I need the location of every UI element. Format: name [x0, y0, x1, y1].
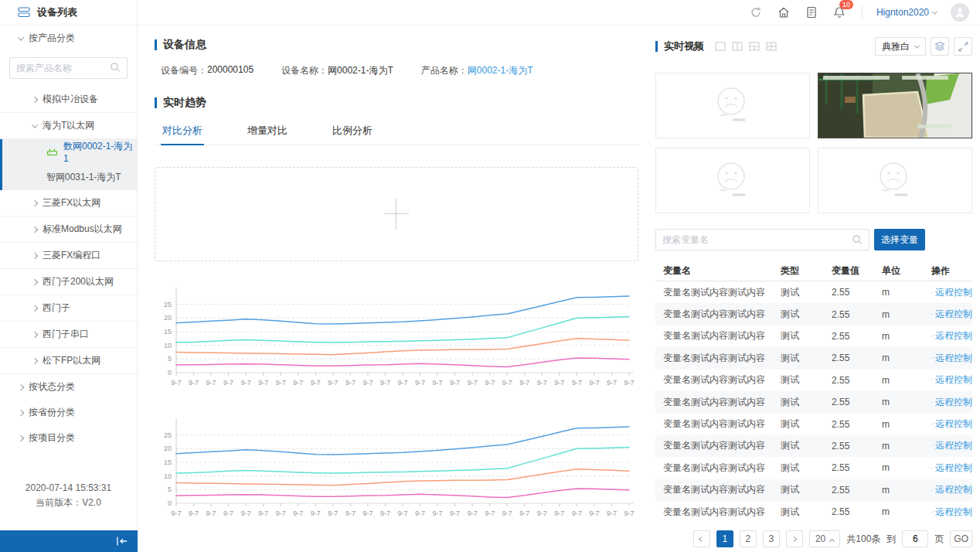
remote-control-cell[interactable]: 远程控制 — [924, 396, 972, 409]
sidebar-item-三菱FX编程口[interactable]: 三菱FX编程口 — [0, 243, 137, 269]
video-cell-2[interactable] — [818, 73, 972, 138]
sidebar-item-西门子[interactable]: 西门子 — [0, 295, 137, 322]
video-cell-4[interactable] — [818, 148, 972, 213]
tab-增量对比[interactable]: 增量对比 — [246, 119, 289, 145]
video-cell-1[interactable] — [655, 73, 810, 138]
remote-control-link[interactable]: 远程控制 — [931, 417, 972, 431]
page-button-3[interactable]: 3 — [763, 530, 780, 547]
sidebar-item-label: 三菱FX以太网 — [43, 196, 100, 210]
svg-text:9-7: 9-7 — [171, 509, 181, 517]
layout-4-icon[interactable] — [766, 41, 777, 52]
sidebar-item-label: 西门子串口 — [43, 328, 89, 341]
home-icon[interactable] — [777, 5, 791, 19]
svg-text:25: 25 — [164, 431, 172, 439]
sidebar-item-西门子串口[interactable]: 西门子串口 — [0, 322, 137, 348]
remote-control-cell[interactable]: 远程控制 — [924, 352, 972, 365]
pagination: 12320共100条到页GO — [655, 530, 972, 547]
remote-control-link[interactable]: 远程控制 — [931, 506, 972, 519]
prev-page-button[interactable] — [693, 530, 710, 547]
sidebar-item-按项目分类[interactable]: 按项目分类 — [0, 425, 137, 451]
remote-control-link[interactable]: 远程控制 — [931, 286, 972, 299]
jump-page-input[interactable] — [902, 530, 928, 547]
video-cell-3[interactable] — [655, 148, 810, 213]
theme-select-value: 典雅白 — [882, 40, 910, 53]
line-chart[interactable]: 05101520259-79-79-79-79-79-79-79-79-79-7… — [155, 285, 640, 399]
remote-control-cell[interactable]: 远程控制 — [924, 286, 972, 299]
search-icon[interactable] — [852, 234, 863, 245]
remote-control-cell[interactable]: 远程控制 — [924, 308, 972, 321]
product-name-link[interactable]: 网0002-1-海为T — [468, 64, 533, 77]
tab-比例分析[interactable]: 比例分析 — [331, 119, 374, 145]
table-cell: 测试 — [773, 373, 824, 387]
remote-control-link[interactable]: 远程控制 — [931, 483, 972, 496]
remote-control-cell[interactable]: 远程控制 — [924, 373, 972, 387]
chevron-right-icon — [32, 357, 38, 363]
remote-control-link[interactable]: 远程控制 — [931, 308, 972, 321]
refresh-icon[interactable] — [749, 5, 763, 19]
avatar[interactable] — [951, 3, 969, 22]
chevron-right-icon — [32, 278, 38, 285]
remote-control-link[interactable]: 远程控制 — [931, 439, 972, 452]
chevron-right-icon — [32, 199, 38, 206]
remote-control-cell[interactable]: 远程控制 — [924, 483, 972, 496]
layout-3-icon[interactable] — [749, 41, 760, 52]
remote-control-link[interactable]: 远程控制 — [931, 352, 972, 365]
sidebar-item-智网0031-1-海为T[interactable]: 智网0031-1-海为T — [0, 165, 137, 190]
sidebar-item-西门子200以太网[interactable]: 西门子200以太网 — [0, 269, 137, 295]
page-size-select[interactable]: 20 — [809, 530, 840, 547]
next-page-button[interactable] — [786, 530, 803, 547]
add-chart-placeholder[interactable] — [155, 167, 638, 261]
sidebar-item-按产品分类[interactable]: 按产品分类 — [0, 26, 137, 51]
remote-control-cell[interactable]: 远程控制 — [924, 439, 972, 452]
sidebar-item-标准Modbus以太网[interactable]: 标准Modbus以太网 — [0, 216, 137, 243]
layers-button[interactable] — [931, 37, 949, 56]
table-cell: 变量名测试内容测试内容 — [655, 462, 773, 475]
table-cell: m — [874, 331, 924, 342]
device-list-icon — [17, 6, 31, 19]
page-button-2[interactable]: 2 — [740, 530, 757, 547]
layout-1-icon[interactable] — [715, 41, 726, 52]
remote-control-label: 远程控制 — [935, 417, 972, 431]
collapse-sidebar-icon[interactable] — [114, 535, 130, 547]
remote-control-link[interactable]: 远程控制 — [931, 329, 972, 342]
theme-select[interactable]: 典雅白 — [875, 37, 926, 56]
sidebar-item-数网0002-1-海为1[interactable]: 数网0002-1-海为1 — [0, 139, 137, 165]
sidebar-item-海为T以太网[interactable]: 海为T以太网 — [0, 113, 137, 139]
search-icon[interactable] — [110, 62, 121, 73]
remote-control-cell[interactable]: 远程控制 — [924, 462, 972, 475]
remote-control-cell[interactable]: 远程控制 — [924, 506, 972, 519]
go-button[interactable]: GO — [950, 530, 972, 547]
remote-control-cell[interactable]: 远程控制 — [924, 329, 972, 342]
product-search-input[interactable] — [16, 63, 105, 73]
sidebar-item-三菱FX以太网[interactable]: 三菱FX以太网 — [0, 190, 137, 216]
svg-text:9-7: 9-7 — [519, 379, 529, 387]
svg-text:9-7: 9-7 — [241, 379, 251, 387]
line-chart[interactable]: 05101520259-79-79-79-79-79-79-79-79-79-7… — [155, 415, 640, 530]
expand-icon — [958, 42, 968, 52]
remote-control-link[interactable]: 远程控制 — [931, 462, 972, 475]
remote-control-label: 远程控制 — [935, 352, 972, 365]
sidebar-collapse-bar — [0, 530, 138, 552]
sidebar-item-模拟中冶设备[interactable]: 模拟中冶设备 — [0, 87, 137, 113]
remote-control-link[interactable]: 远程控制 — [931, 396, 972, 409]
user-menu[interactable]: Hignton2020 — [876, 7, 937, 18]
bell-icon-wrap[interactable]: 10 — [832, 5, 848, 19]
page-button-1[interactable]: 1 — [716, 530, 733, 547]
column-header-变量名: 变量名 — [655, 264, 773, 278]
sidebar-item-按省份分类[interactable]: 按省份分类 — [0, 400, 137, 425]
table-cell: 测试 — [773, 308, 824, 321]
layout-2-icon[interactable] — [732, 41, 743, 52]
device-info-row: 设备编号： 200000105 设备名称： 网0002-1-海为T 产品名称： … — [161, 64, 640, 77]
topbar: 10 Hignton2020 — [138, 0, 980, 26]
fullscreen-button[interactable] — [954, 37, 972, 56]
sidebar-item-按状态分类[interactable]: 按状态分类 — [0, 374, 137, 400]
tab-对比分析[interactable]: 对比分析 — [161, 119, 204, 145]
select-variable-button[interactable]: 选择变量 — [874, 229, 925, 250]
sidebar-item-松下FP以太网[interactable]: 松下FP以太网 — [0, 348, 137, 374]
remote-control-cell[interactable]: 远程控制 — [924, 417, 972, 431]
document-icon[interactable] — [805, 5, 818, 19]
svg-text:9-7: 9-7 — [450, 509, 460, 517]
variable-search-input[interactable] — [662, 234, 852, 245]
remote-control-link[interactable]: 远程控制 — [931, 373, 972, 387]
table-cell: m — [874, 287, 924, 298]
